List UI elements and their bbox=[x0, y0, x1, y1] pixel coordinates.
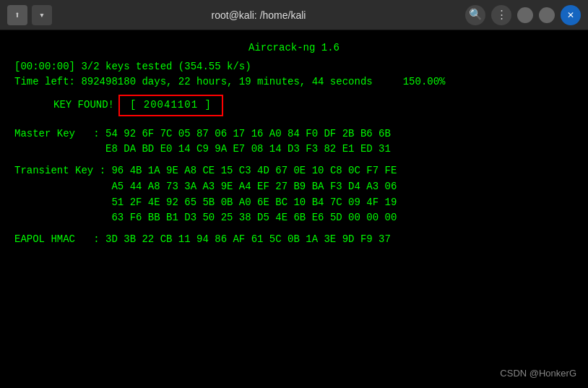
transient-key-row3: 51 2F 4E 92 65 5B 0B A0 6E BC 10 B4 7C 0… bbox=[14, 195, 574, 211]
eapol-hmac-label: EAPOL HMAC bbox=[14, 233, 93, 245]
transient-key-indent4 bbox=[14, 212, 100, 223]
master-key-line1: : 54 92 6F 7C 05 87 06 17 16 A0 84 F0 DF… bbox=[93, 128, 391, 139]
dropdown-icon: ▾ bbox=[39, 9, 45, 21]
dropdown-button[interactable]: ▾ bbox=[32, 5, 52, 25]
eapol-hmac-row: EAPOL HMAC : 3D 3B 22 CB 11 94 86 AF 61 … bbox=[14, 232, 574, 248]
transient-key-line3: 51 2F 4E 92 65 5B 0B A0 6E BC 10 B4 7C 0… bbox=[100, 197, 397, 208]
titlebar-right: 🔍 ⋮ ✕ bbox=[465, 5, 581, 25]
menu-icon: ⋮ bbox=[496, 8, 507, 22]
transient-key-row2: A5 44 A8 73 3A A3 9E A4 EF 27 B9 BA F3 D… bbox=[14, 179, 574, 195]
master-key-indent bbox=[14, 143, 93, 155]
close-icon: ✕ bbox=[567, 8, 574, 22]
transient-key-line1: : 96 4B 1A 9E A8 CE 15 C3 4D 67 0E 10 C8… bbox=[100, 165, 397, 176]
transient-key-indent3 bbox=[14, 197, 100, 208]
time-left-line: Time left: 892498180 days, 22 hours, 19 … bbox=[14, 74, 574, 90]
circle-1 bbox=[517, 7, 533, 23]
transient-key-indent2 bbox=[14, 181, 100, 192]
terminal: Aircrack-ng 1.6 [00:00:00] 3/2 keys test… bbox=[0, 30, 588, 388]
menu-button[interactable]: ⋮ bbox=[491, 5, 511, 25]
gap2 bbox=[14, 158, 574, 163]
master-key-line2: E8 DA BD E0 14 C9 9A E7 08 14 D3 F3 82 E… bbox=[93, 143, 391, 155]
transient-key-label: Transient Key bbox=[14, 165, 100, 176]
key-found-value: [ 20041101 ] bbox=[118, 95, 223, 116]
transient-key-row4: 63 F6 BB B1 D3 50 25 38 D5 4E 6B E6 5D 0… bbox=[14, 210, 574, 226]
upload-button[interactable]: ⬆ bbox=[7, 5, 27, 25]
transient-key-line2: A5 44 A8 73 3A A3 9E A4 EF 27 B9 BA F3 D… bbox=[100, 181, 397, 192]
transient-key-line4: 63 F6 BB B1 D3 50 25 38 D5 4E 6B E6 5D 0… bbox=[100, 212, 397, 223]
master-key-row: Master Key : 54 92 6F 7C 05 87 06 17 16 … bbox=[14, 126, 574, 142]
master-key-label: Master Key bbox=[14, 128, 93, 139]
key-found-label: KEY FOUND! bbox=[53, 98, 114, 113]
titlebar: ⬆ ▾ root@kali: /home/kali 🔍 ⋮ ✕ bbox=[0, 0, 588, 30]
titlebar-title: root@kali: /home/kali bbox=[52, 9, 465, 21]
gap1 bbox=[14, 121, 574, 126]
key-found-row: KEY FOUND! [ 20041101 ] bbox=[14, 95, 574, 116]
upload-icon: ⬆ bbox=[14, 9, 20, 21]
search-button[interactable]: 🔍 bbox=[465, 5, 485, 25]
search-icon: 🔍 bbox=[469, 8, 483, 22]
gap3 bbox=[14, 226, 574, 232]
app-title: Aircrack-ng 1.6 bbox=[14, 40, 574, 56]
circle-2 bbox=[539, 7, 555, 23]
master-key-row2: E8 DA BD E0 14 C9 9A E7 08 14 D3 F3 82 E… bbox=[14, 142, 574, 158]
titlebar-left: ⬆ ▾ bbox=[7, 5, 52, 25]
keys-tested-line: [00:00:00] 3/2 keys tested (354.55 k/s) bbox=[14, 59, 574, 75]
close-button[interactable]: ✕ bbox=[561, 5, 581, 25]
eapol-hmac-line1: : 3D 3B 22 CB 11 94 86 AF 61 5C 0B 1A 3E… bbox=[93, 233, 391, 245]
transient-key-row1: Transient Key : 96 4B 1A 9E A8 CE 15 C3 … bbox=[14, 163, 574, 179]
watermark: CSDN @HonkerG bbox=[500, 366, 576, 381]
